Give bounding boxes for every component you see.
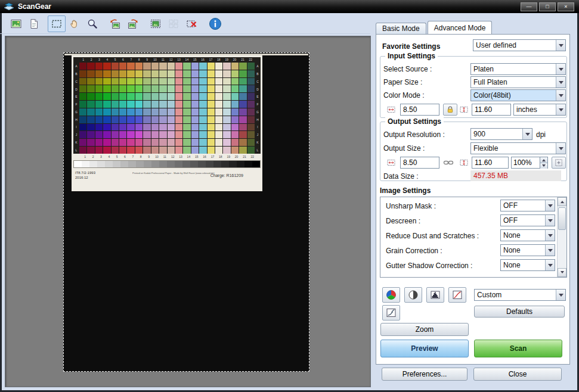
tone-curve-button[interactable] <box>448 287 466 303</box>
input-height-field[interactable] <box>472 104 511 116</box>
reduce-dust-scratches-select[interactable]: None <box>500 229 555 241</box>
target-color-patch <box>215 147 222 154</box>
target-color-patch <box>103 116 110 123</box>
histogram-button[interactable] <box>426 287 444 303</box>
defaults-button[interactable]: Defaults <box>474 306 565 318</box>
tab-basic-mode[interactable]: Basic Mode <box>376 23 426 34</box>
zoom-tool-button[interactable] <box>83 15 101 32</box>
maximize-button[interactable]: □ <box>539 2 556 11</box>
auto-crop-button[interactable] <box>147 15 165 32</box>
unsharp-mask-select[interactable]: OFF <box>500 200 555 211</box>
descreen-select[interactable]: OFF <box>500 214 555 226</box>
target-col-label: 17 <box>207 57 215 63</box>
color-adjust-preset-select[interactable]: Custom <box>474 289 566 301</box>
target-color-patch <box>143 101 150 108</box>
image-settings-scrollbar[interactable] <box>557 197 566 277</box>
target-color-patch <box>95 131 103 138</box>
orientation-button[interactable] <box>552 157 566 169</box>
grayscale-step <box>167 161 175 167</box>
move-tool-button[interactable] <box>66 15 83 32</box>
dropdown-arrow-icon <box>545 200 555 211</box>
target-color-patch <box>95 70 103 77</box>
target-color-patch <box>239 70 246 77</box>
target-color-patch <box>175 70 182 77</box>
output-height-field[interactable] <box>472 157 509 169</box>
scroll-track[interactable] <box>558 206 566 268</box>
target-color-patch <box>168 101 175 108</box>
target-col-label: 9 <box>143 57 151 63</box>
spin-down-button[interactable] <box>540 163 547 169</box>
whole-image-view-button[interactable] <box>25 15 43 32</box>
target-col-label: 11 <box>161 155 169 159</box>
target-color-patch <box>223 85 230 92</box>
target-color-patch <box>159 63 166 70</box>
thumbnail-view-button[interactable] <box>7 15 25 32</box>
target-color-patch <box>223 139 230 146</box>
output-resolution-select[interactable]: 900 <box>470 128 532 140</box>
target-color-patch <box>119 101 126 108</box>
scale-percent-input[interactable] <box>511 157 540 169</box>
scroll-down-button[interactable] <box>558 268 566 277</box>
zoom-button[interactable]: Zoom <box>380 323 469 336</box>
target-color-patch <box>168 116 175 123</box>
target-color-patch <box>223 101 230 108</box>
target-row-label: K <box>73 139 79 147</box>
target-color-patch <box>127 85 134 92</box>
target-color-patch <box>208 147 215 154</box>
target-color-patch <box>175 78 182 85</box>
crop-select-tool-button[interactable] <box>48 15 66 32</box>
close-window-button[interactable]: × <box>558 2 574 11</box>
remove-cropping-frame-button[interactable] <box>182 15 200 32</box>
input-settings-title: Input Settings <box>385 52 438 60</box>
output-width-field[interactable] <box>400 157 439 169</box>
scroll-up-button[interactable] <box>558 197 566 206</box>
target-color-patch <box>143 124 150 131</box>
aspect-ratio-lock-button[interactable] <box>443 104 457 116</box>
preferences-button[interactable]: Preferences... <box>382 368 467 381</box>
target-color-patch <box>119 147 126 154</box>
grain-correction-select[interactable]: None <box>500 244 555 256</box>
saturation-color-balance-button[interactable] <box>382 287 400 303</box>
target-color-patch <box>119 108 126 116</box>
spin-up-button[interactable] <box>540 157 547 163</box>
target-color-patch <box>208 108 215 116</box>
target-color-patch <box>95 78 103 85</box>
target-color-patch <box>175 108 182 116</box>
target-color-patch <box>199 139 206 146</box>
final-review-button[interactable] <box>382 305 400 321</box>
scan-preview-selection[interactable]: 12345678910111213141516171819202122 ABCD… <box>63 52 309 372</box>
information-button[interactable] <box>206 15 224 32</box>
close-button[interactable]: Close <box>473 368 562 381</box>
advanced-mode-panel: Favorite Settings User defined Input Set… <box>376 34 570 365</box>
scroll-thumb[interactable] <box>558 207 566 230</box>
magnifier-icon <box>86 18 98 30</box>
target-color-patch <box>223 147 230 154</box>
target-color-patch <box>79 70 86 77</box>
preview-button[interactable]: Preview <box>380 340 469 357</box>
gutter-shadow-correction-select[interactable]: None <box>500 259 555 271</box>
scan-button[interactable]: Scan <box>474 340 562 357</box>
output-size-select[interactable]: Flexible <box>470 142 566 154</box>
minimize-button[interactable]: — <box>521 2 537 11</box>
grayscale-step <box>89 161 97 167</box>
target-color-patch <box>239 78 246 85</box>
color-mode-select[interactable]: Color(48bit) <box>470 89 566 101</box>
input-width-field[interactable] <box>400 104 439 116</box>
units-select[interactable]: inches <box>513 104 566 116</box>
target-color-patch <box>215 101 222 108</box>
paper-size-select[interactable]: Full Platen <box>470 76 566 88</box>
rotate-right-button[interactable] <box>124 15 142 32</box>
target-row-label: F <box>73 101 79 108</box>
select-source-select[interactable]: Platen <box>470 63 566 75</box>
rotate-left-button[interactable] <box>106 15 124 32</box>
target-col-label: 15 <box>191 57 199 63</box>
favorite-settings-select[interactable]: User defined <box>473 39 566 51</box>
target-color-patch <box>239 131 246 138</box>
target-color-patch <box>199 101 206 108</box>
target-color-patch <box>143 116 150 123</box>
window-title: ScanGear <box>18 2 51 11</box>
tab-advanced-mode[interactable]: Advanced Mode <box>428 21 493 34</box>
preview-area[interactable]: 12345678910111213141516171819202122 ABCD… <box>5 36 371 387</box>
target-color-patch <box>119 131 126 138</box>
brightness-contrast-button[interactable] <box>404 287 422 303</box>
